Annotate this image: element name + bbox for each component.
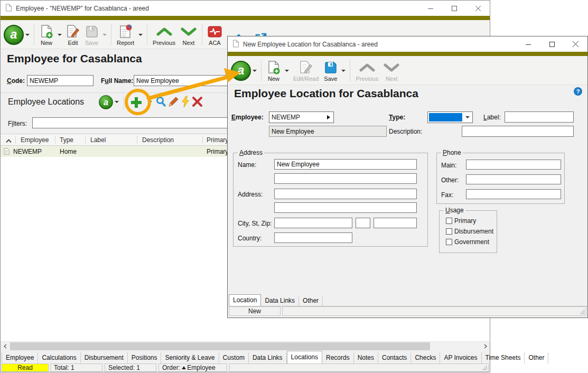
close-icon[interactable]	[564, 36, 587, 52]
logo-menu-caret[interactable]	[24, 22, 31, 48]
search-icon	[155, 96, 166, 107]
zip-input[interactable]	[374, 218, 417, 228]
tab-employee[interactable]: Employee	[2, 352, 38, 363]
abra-logo-icon[interactable]: a	[4, 25, 24, 45]
country-input[interactable]	[274, 232, 352, 243]
fax-input[interactable]	[466, 189, 561, 199]
next-button[interactable]: Next	[381, 58, 402, 83]
help-icon[interactable]: ?	[574, 87, 582, 96]
previous-button[interactable]: Previous	[150, 22, 178, 48]
search-button[interactable]	[155, 96, 166, 107]
new-button[interactable]: New	[37, 22, 56, 48]
tab-data-links[interactable]: Data Links	[249, 352, 287, 363]
tab-positions[interactable]: Positions	[128, 352, 162, 363]
tab-checks[interactable]: Checks	[411, 352, 440, 363]
checkbox-icon	[446, 239, 452, 245]
locations-logo-icon[interactable]: a	[99, 95, 113, 109]
tab-time-sheets[interactable]: Time Sheets	[482, 352, 525, 363]
tab-locations[interactable]: Locations	[287, 351, 322, 363]
main-phone-input[interactable]	[466, 160, 561, 170]
tab-calculations[interactable]: Calculations	[38, 352, 80, 363]
tab-other[interactable]: Other	[525, 352, 548, 363]
state-input[interactable]	[356, 218, 370, 228]
edit-read-button[interactable]: Edit/Read	[291, 58, 321, 83]
name-input[interactable]	[274, 159, 417, 170]
tab-notes[interactable]: Notes	[354, 352, 378, 363]
window-title: Employee - "NEWEMP" for Casablanca - are…	[16, 5, 149, 12]
add-location-button[interactable]	[129, 96, 143, 109]
status-filler	[282, 306, 586, 316]
new-button[interactable]: New	[264, 58, 283, 83]
report-button[interactable]: Report	[114, 22, 137, 48]
type-dropdown[interactable]	[427, 111, 473, 123]
edit-row-button[interactable]	[168, 96, 179, 107]
tab-disbursement[interactable]: Disbursement	[81, 352, 128, 363]
city-input[interactable]	[274, 218, 352, 228]
tab-contacts[interactable]: Contacts	[378, 352, 411, 363]
tab-seniority-leave[interactable]: Seniority & Leave	[161, 352, 219, 363]
maximize-icon[interactable]	[442, 1, 466, 16]
delete-button[interactable]	[192, 96, 203, 107]
locations-logo-caret[interactable]	[115, 101, 119, 103]
tab-data-links[interactable]: Data Links	[261, 296, 299, 306]
tab-ap-invoices[interactable]: AP Invoices	[440, 352, 481, 363]
status-total: Total: 1	[50, 363, 102, 372]
next-button[interactable]: Next	[178, 22, 199, 48]
new-menu-caret[interactable]	[56, 22, 63, 48]
sort-chevron-icon[interactable]	[6, 137, 12, 145]
minimize-icon[interactable]	[418, 1, 442, 16]
new-menu-caret[interactable]	[283, 58, 291, 83]
accent-stripe	[228, 52, 587, 56]
address2-input[interactable]	[274, 202, 417, 213]
address-label: Address:	[238, 191, 263, 198]
save-button[interactable]: Save	[82, 22, 101, 48]
resize-grip[interactable]	[482, 366, 487, 370]
main-label: Main:	[441, 162, 456, 169]
name2-input[interactable]	[274, 173, 417, 184]
edit-icon	[66, 24, 80, 40]
maximize-icon[interactable]	[540, 36, 564, 52]
add-menu-caret[interactable]	[148, 101, 152, 103]
address1-input[interactable]	[274, 189, 417, 199]
other-phone-input[interactable]	[466, 174, 561, 184]
save-button[interactable]: Save	[321, 58, 340, 83]
description-input[interactable]	[462, 126, 574, 137]
logo-menu-caret[interactable]	[251, 58, 258, 83]
lightning-icon	[181, 96, 190, 108]
tab-location[interactable]: Location	[229, 294, 261, 306]
horizontal-scrollbar[interactable]	[1, 341, 490, 350]
save-menu-caret[interactable]	[340, 58, 347, 83]
resize-grip[interactable]	[580, 310, 585, 314]
close-icon[interactable]	[466, 1, 490, 16]
label-input[interactable]	[505, 111, 574, 123]
aca-button[interactable]: ACA	[205, 22, 225, 48]
quick-action-button[interactable]	[181, 96, 190, 108]
tab-records[interactable]: Records	[322, 352, 354, 363]
code-input[interactable]	[27, 75, 94, 86]
save-menu-caret[interactable]	[101, 22, 108, 48]
tab-other[interactable]: Other	[299, 296, 323, 306]
scroll-right-icon[interactable]	[481, 342, 490, 351]
fax-label: Fax:	[441, 191, 453, 199]
report-menu-caret[interactable]	[137, 22, 144, 48]
previous-button[interactable]: Previous	[353, 58, 381, 83]
report-icon	[119, 24, 133, 40]
scroll-left-icon[interactable]	[1, 342, 10, 351]
edit-button[interactable]: Edit	[63, 22, 82, 48]
tab-custom[interactable]: Custom	[219, 352, 249, 363]
checkbox-primary[interactable]: Primary	[446, 217, 476, 225]
abra-logo-icon[interactable]: a	[231, 61, 251, 81]
new-location-window: New Employee Location for Casablanca - a…	[227, 36, 588, 318]
col-description[interactable]: Description	[142, 136, 174, 144]
col-label[interactable]: Label	[90, 136, 106, 144]
checkbox-government[interactable]: Government	[446, 238, 489, 246]
col-primary[interactable]: Primary	[207, 136, 228, 144]
minimize-icon[interactable]	[516, 36, 540, 52]
col-type[interactable]: Type	[60, 136, 73, 144]
code-label: Code:	[7, 77, 25, 85]
col-employee[interactable]: Employee	[21, 136, 49, 144]
checkbox-disbursement[interactable]: Disbursement	[446, 228, 493, 235]
scrollbar-thumb[interactable]	[10, 342, 430, 350]
chevron-down-icon	[465, 116, 470, 118]
employee-combo[interactable]: NEWEMP	[269, 111, 334, 123]
